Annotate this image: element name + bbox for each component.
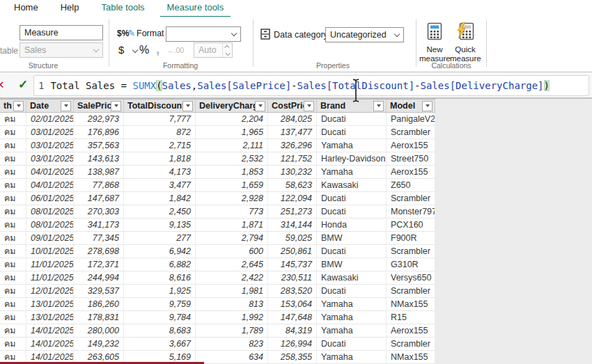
column-header-totalDiscount[interactable]: TotalDiscount [124,100,196,112]
table-cell-model[interactable]: Scrambler [387,338,435,350]
table-row[interactable]: คม13/01/2025178,8319,7841,992147,648Yama… [0,311,435,324]
table-cell-costPrice[interactable]: 284,025 [268,113,317,125]
table-cell-date[interactable]: 11/01/2025 [26,271,74,284]
quick-measure-button[interactable]: Quickmeasure [450,22,481,63]
table-cell-salePrice[interactable]: 138,987 [74,166,124,178]
table-cell-costPrice[interactable]: 258,355 [268,351,317,363]
spinner-buttons[interactable] [222,43,232,57]
table-cell-salePrice[interactable]: 147,687 [74,192,124,205]
table-row[interactable]: คม06/01/2025147,6871,8422,928122,094Duca… [0,192,435,205]
table-cell-salePrice[interactable]: 143,613 [74,152,124,165]
table-cell-salePrice[interactable]: 329,537 [74,285,124,297]
table-cell-salePrice[interactable]: 172,371 [74,258,124,271]
table-cell-deliveryCharge[interactable]: 1,992 [196,311,268,324]
table-cell-month[interactable]: คม [0,245,26,258]
table-cell-salePrice[interactable]: 357,563 [74,139,124,152]
table-cell-date[interactable]: 03/01/2025 [26,152,74,165]
table-cell-brand[interactable]: Kawasaki [317,271,387,284]
table-cell-model[interactable]: PCX160 [387,219,435,231]
table-cell-date[interactable]: 10/01/2025 [26,245,74,258]
table-cell-totalDiscount[interactable]: 6,882 [124,258,196,271]
decimal-spinner[interactable]: Auto [194,42,233,58]
column-filter-button[interactable] [255,101,265,111]
table-row[interactable]: คม11/01/2025244,9948,6162,422230,511Kawa… [0,271,435,285]
table-cell-brand[interactable]: Harley-Davidson [317,152,387,165]
table-cell-model[interactable]: F900R [387,232,435,244]
table-cell-month[interactable]: คม [0,338,26,350]
table-cell-month[interactable]: คม [0,126,26,139]
table-cell-month[interactable]: คม [0,285,26,297]
table-cell-model[interactable]: Versys650 [387,271,435,284]
table-cell-brand[interactable]: Ducati [317,113,387,125]
table-cell-month[interactable]: คม [0,311,26,324]
table-cell-model[interactable]: Aerox155 [387,166,435,178]
table-cell-brand[interactable]: Ducati [317,285,387,297]
table-cell-month[interactable]: คม [0,298,26,310]
table-cell-costPrice[interactable]: 251,273 [268,205,317,218]
table-cell-salePrice[interactable]: 280,000 [74,324,124,337]
table-cell-brand[interactable]: Yamaha [317,311,387,324]
table-cell-brand[interactable]: Ducati [317,245,387,258]
table-cell-brand[interactable]: Yamaha [317,139,387,152]
table-row[interactable]: คม13/01/2025186,2609,759813153,064Yamaha… [0,298,435,311]
table-cell-deliveryCharge[interactable]: 1,659 [196,179,268,191]
table-cell-costPrice[interactable]: 126,994 [268,338,317,350]
table-cell-month[interactable]: คม [0,192,26,205]
table-cell-date[interactable]: 03/01/2025 [26,126,74,139]
table-cell-totalDiscount[interactable]: 6,942 [124,245,196,258]
formula-input[interactable]: 1 Total Sales = SUMX(Sales,Sales[SalePri… [33,75,589,96]
table-cell-brand[interactable]: Ducati [317,192,387,205]
table-cell-salePrice[interactable]: 77,345 [74,232,124,244]
table-cell-brand[interactable]: Yamaha [317,298,387,310]
table-cell-totalDiscount[interactable]: 9,784 [124,311,196,324]
table-cell-totalDiscount[interactable]: 8,616 [124,271,196,284]
table-cell-date[interactable]: 08/01/2025 [26,205,74,218]
table-cell-totalDiscount[interactable]: 4,173 [124,166,196,178]
table-cell-deliveryCharge[interactable]: 2,204 [196,113,268,125]
table-row[interactable]: คม03/01/2025176,8968721,965137,477Ducati… [0,126,435,139]
table-cell-date[interactable]: 14/01/2025 [26,324,74,337]
table-cell-costPrice[interactable]: 130,232 [268,166,317,178]
table-cell-brand[interactable]: Yamaha [317,166,387,178]
table-cell-totalDiscount[interactable]: 1,818 [124,152,196,165]
table-cell-totalDiscount[interactable]: 7,777 [124,113,196,125]
table-cell-totalDiscount[interactable]: 2,450 [124,205,196,218]
table-cell-date[interactable]: 11/01/2025 [26,258,74,271]
table-cell-totalDiscount[interactable]: 1,842 [124,192,196,205]
table-cell-model[interactable]: NMax155 [387,298,435,310]
table-cell-date[interactable]: 14/01/2025 [26,338,74,350]
table-cell-salePrice[interactable]: 178,831 [74,311,124,324]
table-cell-brand[interactable]: Ducati [317,338,387,350]
table-cell-month[interactable]: คม [0,113,26,125]
table-row[interactable]: คม12/01/2025329,5371,9251,981283,520Duca… [0,285,435,298]
table-cell-date[interactable]: 12/01/2025 [26,285,74,297]
table-cell-costPrice[interactable]: 58,623 [268,179,317,191]
table-row[interactable]: คม08/01/2025341,1739,1351,871314,144Hond… [0,219,435,232]
table-row[interactable]: คม04/01/202577,8683,4771,65958,623Kawasa… [0,179,435,192]
table-cell-brand[interactable]: BMW [317,258,387,271]
table-cell-costPrice[interactable]: 326,296 [268,139,317,152]
column-header-model[interactable]: Model [387,100,435,112]
table-cell-date[interactable]: 06/01/2025 [26,192,74,205]
table-cell-date[interactable]: 04/01/2025 [26,179,74,191]
table-row[interactable]: คม08/01/2025270,3032,450773251,273Ducati… [0,205,435,219]
cancel-formula-icon[interactable]: ✕ [0,79,5,91]
column-filter-button[interactable] [111,101,121,111]
table-cell-deliveryCharge[interactable]: 2,928 [196,192,268,205]
table-cell-model[interactable]: Z650 [387,179,435,191]
table-cell-date[interactable]: 02/01/2025 [26,113,74,125]
tab-help[interactable]: Help [54,0,86,16]
table-cell-costPrice[interactable]: 283,520 [268,285,317,297]
table-cell-brand[interactable]: Yamaha [317,324,387,337]
table-cell-deliveryCharge[interactable]: 1,871 [196,219,268,231]
table-cell-date[interactable]: 13/01/2025 [26,298,74,310]
table-cell-date[interactable]: 09/01/2025 [26,232,74,244]
column-filter-button[interactable] [182,101,193,111]
table-cell-deliveryCharge[interactable]: 2,645 [196,258,268,271]
commit-formula-icon[interactable]: ✓ [18,77,28,92]
table-cell-totalDiscount[interactable]: 277 [124,232,196,244]
table-cell-salePrice[interactable]: 270,303 [74,205,124,218]
table-cell-costPrice[interactable]: 314,144 [268,219,317,231]
table-cell-model[interactable]: NMax155 [387,351,435,363]
table-cell-month[interactable]: คม [0,179,26,191]
